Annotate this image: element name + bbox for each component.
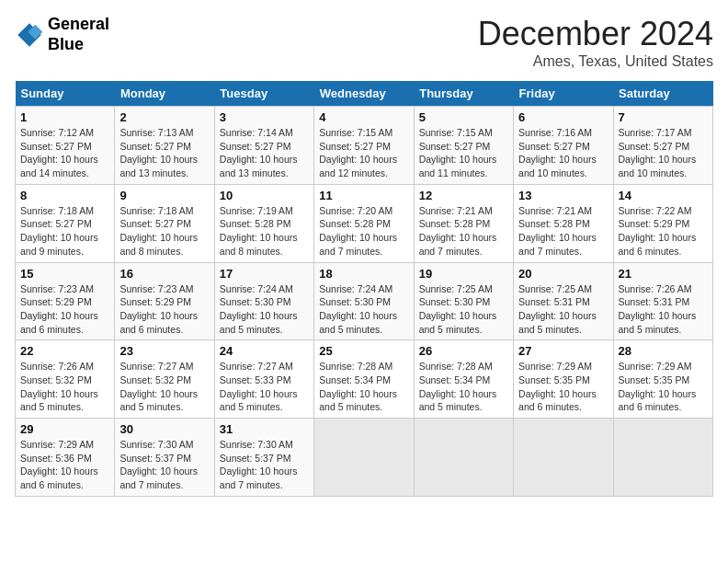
day-number: 2 — [119, 110, 209, 124]
calendar-cell: 16Sunrise: 7:23 AM Sunset: 5:29 PM Dayli… — [115, 262, 214, 340]
day-info: Sunrise: 7:16 AM Sunset: 5:27 PM Dayligh… — [518, 126, 608, 180]
day-info: Sunrise: 7:29 AM Sunset: 5:35 PM Dayligh… — [518, 360, 608, 414]
day-number: 18 — [319, 267, 408, 281]
day-number: 5 — [419, 110, 508, 124]
day-number: 19 — [419, 267, 508, 281]
day-number: 31 — [220, 422, 309, 436]
day-info: Sunrise: 7:28 AM Sunset: 5:34 PM Dayligh… — [419, 360, 508, 414]
day-number: 10 — [220, 189, 309, 202]
day-info: Sunrise: 7:26 AM Sunset: 5:32 PM Dayligh… — [20, 360, 109, 414]
weekday-header-sunday: Sunday — [16, 81, 115, 107]
calendar-cell: 21Sunrise: 7:26 AM Sunset: 5:31 PM Dayli… — [613, 262, 712, 340]
day-info: Sunrise: 7:23 AM Sunset: 5:29 PM Dayligh… — [20, 282, 109, 337]
weekday-header-monday: Monday — [115, 81, 214, 107]
calendar-cell: 12Sunrise: 7:21 AM Sunset: 5:28 PM Dayli… — [414, 184, 513, 262]
day-info: Sunrise: 7:15 AM Sunset: 5:27 PM Dayligh… — [319, 126, 408, 180]
weekday-header-wednesday: Wednesday — [314, 81, 414, 107]
calendar-cell — [314, 419, 414, 497]
day-info: Sunrise: 7:28 AM Sunset: 5:34 PM Dayligh… — [319, 360, 408, 414]
month-title: December 2024 — [478, 15, 713, 53]
calendar-cell: 26Sunrise: 7:28 AM Sunset: 5:34 PM Dayli… — [414, 340, 513, 419]
day-number: 15 — [20, 267, 109, 281]
calendar-cell: 30Sunrise: 7:30 AM Sunset: 5:37 PM Dayli… — [115, 419, 214, 497]
calendar-cell: 23Sunrise: 7:27 AM Sunset: 5:32 PM Dayli… — [115, 340, 214, 419]
day-number: 27 — [518, 344, 608, 358]
calendar-cell: 4Sunrise: 7:15 AM Sunset: 5:27 PM Daylig… — [314, 107, 414, 185]
day-info: Sunrise: 7:24 AM Sunset: 5:30 PM Dayligh… — [220, 282, 309, 337]
day-info: Sunrise: 7:14 AM Sunset: 5:27 PM Dayligh… — [220, 126, 309, 180]
calendar-cell: 31Sunrise: 7:30 AM Sunset: 5:37 PM Dayli… — [214, 419, 313, 497]
day-info: Sunrise: 7:30 AM Sunset: 5:37 PM Dayligh… — [220, 438, 309, 492]
logo-line2: Blue — [48, 35, 109, 55]
calendar-cell: 27Sunrise: 7:29 AM Sunset: 5:35 PM Dayli… — [514, 340, 613, 419]
day-info: Sunrise: 7:18 AM Sunset: 5:27 PM Dayligh… — [20, 204, 109, 259]
day-number: 11 — [319, 189, 408, 202]
calendar-week-2: 8Sunrise: 7:18 AM Sunset: 5:27 PM Daylig… — [16, 184, 713, 262]
day-info: Sunrise: 7:19 AM Sunset: 5:28 PM Dayligh… — [220, 204, 309, 259]
day-number: 23 — [119, 344, 209, 358]
day-number: 8 — [20, 189, 109, 202]
day-info: Sunrise: 7:22 AM Sunset: 5:29 PM Dayligh… — [619, 204, 708, 259]
day-info: Sunrise: 7:15 AM Sunset: 5:27 PM Dayligh… — [419, 126, 508, 180]
calendar-cell: 18Sunrise: 7:24 AM Sunset: 5:30 PM Dayli… — [314, 262, 414, 340]
calendar-cell: 8Sunrise: 7:18 AM Sunset: 5:27 PM Daylig… — [16, 184, 115, 262]
day-number: 7 — [619, 110, 708, 124]
calendar-cell: 7Sunrise: 7:17 AM Sunset: 5:27 PM Daylig… — [613, 107, 712, 185]
day-info: Sunrise: 7:13 AM Sunset: 5:27 PM Dayligh… — [119, 126, 209, 180]
calendar-cell: 2Sunrise: 7:13 AM Sunset: 5:27 PM Daylig… — [115, 107, 214, 185]
day-info: Sunrise: 7:25 AM Sunset: 5:30 PM Dayligh… — [419, 282, 508, 337]
weekday-header-saturday: Saturday — [613, 81, 712, 107]
day-number: 16 — [119, 267, 209, 281]
calendar-cell: 17Sunrise: 7:24 AM Sunset: 5:30 PM Dayli… — [214, 262, 313, 340]
calendar-cell: 3Sunrise: 7:14 AM Sunset: 5:27 PM Daylig… — [214, 107, 313, 185]
day-info: Sunrise: 7:26 AM Sunset: 5:31 PM Dayligh… — [619, 282, 708, 337]
calendar-cell: 6Sunrise: 7:16 AM Sunset: 5:27 PM Daylig… — [514, 107, 613, 185]
day-number: 28 — [619, 344, 708, 358]
day-number: 30 — [119, 422, 209, 436]
day-info: Sunrise: 7:21 AM Sunset: 5:28 PM Dayligh… — [518, 204, 608, 259]
day-info: Sunrise: 7:12 AM Sunset: 5:27 PM Dayligh… — [20, 126, 109, 180]
day-number: 13 — [518, 189, 608, 202]
calendar-week-1: 1Sunrise: 7:12 AM Sunset: 5:27 PM Daylig… — [16, 107, 713, 185]
day-number: 17 — [220, 267, 309, 281]
day-number: 22 — [20, 344, 109, 358]
day-number: 14 — [619, 189, 708, 202]
logo: General Blue — [15, 15, 109, 54]
day-number: 29 — [20, 422, 109, 436]
calendar-cell: 13Sunrise: 7:21 AM Sunset: 5:28 PM Dayli… — [514, 184, 613, 262]
calendar-cell: 22Sunrise: 7:26 AM Sunset: 5:32 PM Dayli… — [16, 340, 115, 419]
calendar-cell — [613, 419, 712, 497]
calendar-cell: 20Sunrise: 7:25 AM Sunset: 5:31 PM Dayli… — [514, 262, 613, 340]
header: General Blue December 2024 Ames, Texas, … — [15, 15, 713, 70]
calendar-cell: 1Sunrise: 7:12 AM Sunset: 5:27 PM Daylig… — [16, 107, 115, 185]
day-number: 1 — [20, 110, 109, 124]
calendar-week-5: 29Sunrise: 7:29 AM Sunset: 5:36 PM Dayli… — [16, 419, 713, 497]
day-number: 3 — [220, 110, 309, 124]
day-number: 26 — [419, 344, 508, 358]
calendar-table: SundayMondayTuesdayWednesdayThursdayFrid… — [15, 81, 713, 497]
weekday-header-tuesday: Tuesday — [214, 81, 313, 107]
day-number: 25 — [319, 344, 408, 358]
calendar-cell: 9Sunrise: 7:18 AM Sunset: 5:27 PM Daylig… — [115, 184, 214, 262]
day-number: 21 — [619, 267, 708, 281]
calendar-cell: 19Sunrise: 7:25 AM Sunset: 5:30 PM Dayli… — [414, 262, 513, 340]
calendar-week-4: 22Sunrise: 7:26 AM Sunset: 5:32 PM Dayli… — [16, 340, 713, 419]
day-number: 6 — [518, 110, 608, 124]
day-info: Sunrise: 7:20 AM Sunset: 5:28 PM Dayligh… — [319, 204, 408, 259]
weekday-header-row: SundayMondayTuesdayWednesdayThursdayFrid… — [16, 81, 713, 107]
day-info: Sunrise: 7:27 AM Sunset: 5:33 PM Dayligh… — [220, 360, 309, 414]
day-number: 12 — [419, 189, 508, 202]
calendar-cell: 28Sunrise: 7:29 AM Sunset: 5:35 PM Dayli… — [613, 340, 712, 419]
weekday-header-thursday: Thursday — [414, 81, 513, 107]
calendar-cell: 10Sunrise: 7:19 AM Sunset: 5:28 PM Dayli… — [214, 184, 313, 262]
day-info: Sunrise: 7:25 AM Sunset: 5:31 PM Dayligh… — [518, 282, 608, 337]
calendar-cell: 5Sunrise: 7:15 AM Sunset: 5:27 PM Daylig… — [414, 107, 513, 185]
calendar-cell: 14Sunrise: 7:22 AM Sunset: 5:29 PM Dayli… — [613, 184, 712, 262]
day-info: Sunrise: 7:30 AM Sunset: 5:37 PM Dayligh… — [119, 438, 209, 492]
day-number: 20 — [518, 267, 608, 281]
calendar-cell: 24Sunrise: 7:27 AM Sunset: 5:33 PM Dayli… — [214, 340, 313, 419]
day-info: Sunrise: 7:29 AM Sunset: 5:35 PM Dayligh… — [619, 360, 708, 414]
location: Ames, Texas, United States — [478, 53, 713, 70]
day-info: Sunrise: 7:18 AM Sunset: 5:27 PM Dayligh… — [119, 204, 209, 259]
day-number: 24 — [220, 344, 309, 358]
